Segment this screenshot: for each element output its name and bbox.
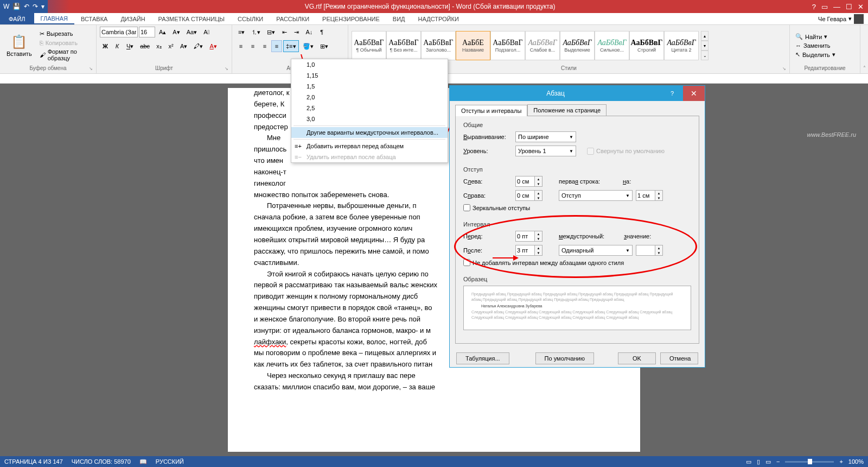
italic-icon[interactable]: К [112,40,123,52]
tab-addins[interactable]: НАДСТРОЙКИ [412,13,465,24]
web-layout-icon[interactable]: ▭ [765,458,771,465]
tab-review[interactable]: РЕЦЕНЗИРОВАНИЕ [316,13,386,24]
word-count[interactable]: ЧИСЛО СЛОВ: 58970 [72,458,131,465]
show-marks-icon[interactable]: ¶ [316,26,327,38]
style-item[interactable]: АаБбВвГСтрогий [629,31,664,60]
font-color-icon[interactable]: A▾ [207,40,219,52]
styles-up-icon[interactable]: ▴ [701,31,709,41]
language-status[interactable]: РУССКИЙ [156,458,184,465]
cancel-button[interactable]: Отмена [660,352,698,364]
replace-button[interactable]: ↔Заменить [793,42,838,49]
save-icon[interactable]: 💾 [12,3,21,10]
align-justify-icon[interactable]: ≡ [271,40,282,52]
ok-button[interactable]: OK [618,352,656,364]
tab-indents-spacing[interactable]: Отступы и интервалы [455,105,527,116]
user-account[interactable]: Че Гевара ▾ [818,14,868,24]
alignment-select[interactable]: По ширине▼ [515,131,576,142]
qa-customize-icon[interactable]: ▾ [41,3,44,10]
tab-line-page-breaks[interactable]: Положение на странице [527,104,607,116]
shading-icon[interactable]: 🪣▾ [300,40,316,52]
align-center-icon[interactable]: ≡ [247,40,258,52]
dialog-close-icon[interactable]: ✕ [683,86,705,101]
subscript-icon[interactable]: x₂ [154,40,164,52]
redo-icon[interactable]: ↷ [33,3,38,10]
at-spin[interactable]: ▲▼ [636,245,663,256]
align-left-icon[interactable]: ≡ [235,40,246,52]
zoom-out-icon[interactable]: − [776,458,780,465]
space-after-spin[interactable]: ▲▼ [515,245,542,256]
more-spacing-options[interactable]: Другие варианты междустрочных интервалов… [291,127,448,138]
tab-home[interactable]: ГЛАВНАЯ [34,13,74,24]
space-before-spin[interactable]: ▲▼ [515,231,542,242]
find-button[interactable]: 🔍Найти▾ [793,33,838,41]
format-painter-button[interactable]: 🖌Формат по образцу [37,48,93,62]
ribbon-options-icon[interactable]: ▭ [821,3,828,11]
print-layout-icon[interactable]: ▯ [757,458,760,465]
maximize-icon[interactable]: ☐ [846,3,852,11]
minimize-icon[interactable]: — [833,3,840,11]
text-effects-icon[interactable]: A▾ [177,40,190,52]
style-item[interactable]: АаБбВвГ¶ Без инте... [386,31,421,60]
read-mode-icon[interactable]: ▭ [746,458,751,465]
spacing-option[interactable]: 1,15 [291,70,448,81]
styles-more-icon[interactable]: ⌄ [701,51,709,60]
highlight-icon[interactable]: 🖍▾ [191,40,206,52]
no-space-same-style-checkbox[interactable] [463,259,470,266]
page-status[interactable]: СТРАНИЦА 4 ИЗ 147 [4,458,63,465]
borders-icon[interactable]: ⊞▾ [317,40,331,52]
paste-button[interactable]: 📋 Вставить [3,33,35,58]
select-button[interactable]: ↖Выделить▾ [793,51,838,59]
first-line-select[interactable]: Отступ▼ [559,190,633,201]
tab-insert[interactable]: ВСТАВКА [74,13,114,24]
cut-button[interactable]: ✂Вырезать [37,30,93,38]
align-right-icon[interactable]: ≡ [259,40,270,52]
default-button[interactable]: По умолчанию [535,352,594,364]
line-spacing-select[interactable]: Одинарный▼ [559,245,633,256]
numbering-icon[interactable]: ⒈▾ [248,26,263,38]
proofing-icon[interactable]: 📖 [139,458,147,465]
inc-indent-icon[interactable]: ⇥ [291,26,302,38]
zoom-slider[interactable] [785,461,834,463]
bullets-icon[interactable]: ≡▾ [235,26,247,38]
outline-level-select[interactable]: Уровень 1▼ [515,146,576,156]
style-item[interactable]: АаБбВвГЦитата 2 [664,31,699,60]
line-spacing-button[interactable]: ‡≡▾ [283,40,299,52]
spacing-option[interactable]: 3,0 [291,113,448,124]
spacing-option[interactable]: 1,0 [291,59,448,70]
add-space-before[interactable]: ≡+Добавить интервал перед абзацем [291,141,448,152]
tabs-button[interactable]: Табуляция... [456,352,509,364]
tab-file[interactable]: ФАЙЛ [0,13,34,24]
tab-references[interactable]: ССЫЛКИ [231,13,270,24]
launcher-icon[interactable]: ↘ [89,66,93,71]
spacing-option[interactable]: 2,0 [291,92,448,103]
spacing-option[interactable]: 1,5 [291,81,448,92]
style-item[interactable]: АаБбВвГВыделение [560,31,595,60]
tab-design[interactable]: ДИЗАЙН [114,13,151,24]
dialog-help-icon[interactable]: ? [661,90,683,97]
multilevel-icon[interactable]: ⊟▾ [264,26,278,38]
tab-mailings[interactable]: РАССЫЛКИ [270,13,316,24]
underline-icon[interactable]: Ч▾ [124,40,136,52]
tab-layout[interactable]: РАЗМЕТКА СТРАНИЦЫ [152,13,231,24]
styles-down-icon[interactable]: ▾ [701,41,709,51]
bold-icon[interactable]: Ж [100,40,111,52]
shrink-font-icon[interactable]: A▾ [170,26,182,38]
remove-space-after[interactable]: ≡−Удалить интервал после абзаца [291,152,448,162]
zoom-in-icon[interactable]: + [839,458,843,465]
launcher-icon[interactable]: ↘ [782,66,786,71]
font-size-select[interactable] [139,27,155,37]
dec-indent-icon[interactable]: ⇤ [279,26,290,38]
indent-right-spin[interactable]: ▲▼ [515,190,542,201]
superscript-icon[interactable]: x² [165,40,176,52]
style-item[interactable]: АаБбВвГПодзагол... [490,31,525,60]
mirror-indents-checkbox[interactable] [463,204,470,211]
by-spin[interactable]: ▲▼ [636,190,663,201]
grow-font-icon[interactable]: A▴ [156,26,169,38]
strike-icon[interactable]: abc [137,40,152,52]
close-icon[interactable]: ✕ [858,3,864,11]
change-case-icon[interactable]: Aa▾ [184,26,200,38]
collapse-ribbon-icon[interactable]: ˄ [860,25,868,73]
style-item[interactable]: АаБбВвГСильное... [595,31,629,60]
launcher-icon[interactable]: ↘ [225,66,228,71]
help-icon[interactable]: ? [812,3,816,11]
